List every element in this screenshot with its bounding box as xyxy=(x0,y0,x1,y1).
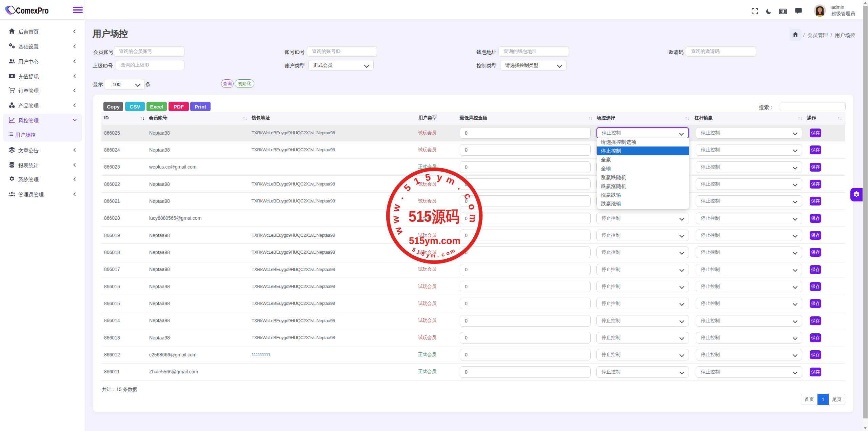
svg-text:.: . xyxy=(456,182,465,192)
svg-text:5: 5 xyxy=(421,251,425,257)
svg-text:w: w xyxy=(392,225,405,236)
svg-text:y: y xyxy=(426,252,430,258)
svg-text:m: m xyxy=(449,248,456,255)
svg-text:515源码: 515源码 xyxy=(409,208,459,225)
svg-text:m: m xyxy=(468,214,479,223)
svg-text:w: w xyxy=(390,203,402,213)
svg-text:.: . xyxy=(437,252,439,258)
svg-text:o: o xyxy=(466,203,478,211)
svg-text:1: 1 xyxy=(412,175,421,187)
svg-text:w: w xyxy=(390,215,401,224)
svg-text:5: 5 xyxy=(402,182,413,193)
svg-text:1: 1 xyxy=(416,249,421,255)
svg-text:c: c xyxy=(462,191,474,201)
svg-text:5: 5 xyxy=(411,247,416,253)
svg-text:.: . xyxy=(395,193,406,201)
svg-text:m: m xyxy=(430,253,435,258)
svg-text:515ym.com: 515ym.com xyxy=(409,235,460,246)
svg-text:y: y xyxy=(436,172,443,183)
svg-text:c: c xyxy=(441,251,445,258)
svg-text:5: 5 xyxy=(425,172,431,183)
